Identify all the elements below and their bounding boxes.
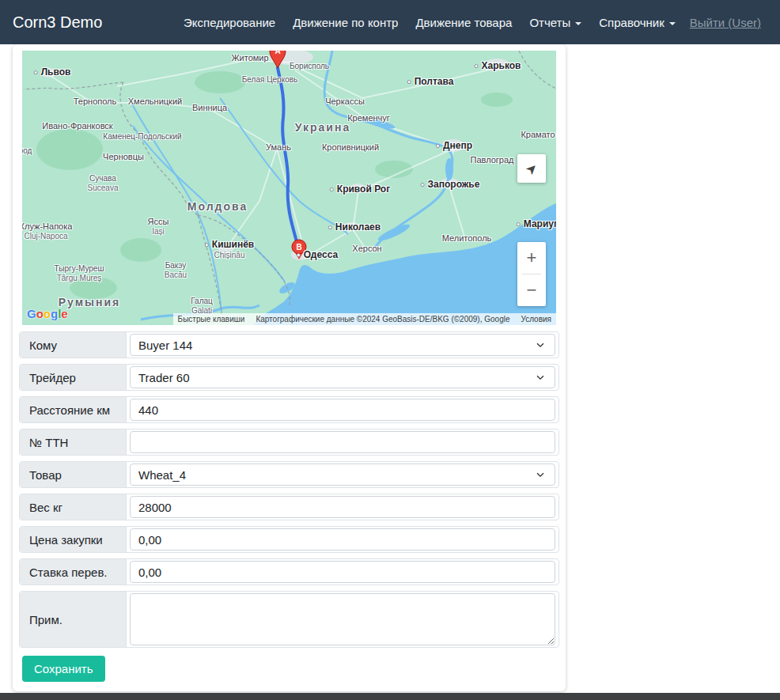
page: { "navbar": { "brand": "Corn3 Demo", "it… xyxy=(0,0,780,700)
form-row-tovar: ТоварWheat_4 xyxy=(19,461,559,488)
form-row-distance-km: Расстояние км xyxy=(19,396,559,423)
field-cell-note xyxy=(127,592,558,647)
nav-item-label: Движение по контр xyxy=(293,16,398,29)
ttn-number-input[interactable] xyxy=(130,431,555,453)
field-cell-freight-rate xyxy=(127,559,558,585)
brand-link[interactable]: Corn3 Demo xyxy=(13,13,102,32)
nav-item-label: Справочник xyxy=(599,16,665,29)
terms-link[interactable]: Условия xyxy=(521,315,551,324)
zoom-control: + − xyxy=(517,242,546,306)
field-label-tovar: Товар xyxy=(20,462,127,487)
weight-kg-input[interactable] xyxy=(130,496,555,518)
field-cell-weight-kg xyxy=(127,494,558,520)
form-row-purchase-price: Цена закупки xyxy=(19,526,559,553)
note-textarea[interactable] xyxy=(130,593,555,645)
google-logo[interactable]: Google xyxy=(27,307,68,320)
nav-menu: ЭкспедированиеДвижение по контрДвижение … xyxy=(184,16,676,29)
field-cell-komu: Buyer 144 xyxy=(127,332,558,358)
navigation-arrow-icon: ➤ xyxy=(523,160,540,177)
field-cell-tovar: Wheat_4 xyxy=(127,462,558,487)
field-label-distance-km: Расстояние км xyxy=(20,397,127,422)
form-row-freight-rate: Ставка перев. xyxy=(19,558,559,585)
zoom-in-button[interactable]: + xyxy=(517,242,546,274)
chevron-down-icon xyxy=(535,339,546,350)
caret-down-icon xyxy=(669,22,676,25)
nav-item-1[interactable]: Экспедирование xyxy=(184,16,275,29)
caret-down-icon xyxy=(575,22,581,25)
map-attribution: Быстрые клавиши Картографические данные … xyxy=(173,313,556,325)
save-button[interactable]: Сохранить xyxy=(22,656,105,682)
select-value: Trader 60 xyxy=(138,371,189,384)
field-cell-trader: Trader 60 xyxy=(127,365,558,390)
field-cell-distance-km xyxy=(127,397,558,422)
window-edge xyxy=(0,693,780,700)
nav-item-3[interactable]: Движение товара xyxy=(415,16,512,29)
entry-form: КомуBuyer 144ТрейдерTrader 60Расстояние … xyxy=(19,331,559,648)
komu-select[interactable]: Buyer 144 xyxy=(130,334,555,356)
nav-item-2[interactable]: Движение по контр xyxy=(293,16,398,29)
nav-item-4[interactable]: Отчеты xyxy=(529,16,581,29)
select-value: Wheat_4 xyxy=(138,468,186,482)
nav-item-label: Движение товара xyxy=(415,16,512,29)
map-canvas[interactable]: A B xyxy=(22,51,556,325)
my-location-button[interactable]: ➤ xyxy=(517,154,546,183)
form-row-note: Прим. xyxy=(19,591,559,648)
nav-item-label: Отчеты xyxy=(529,16,570,29)
freight-rate-input[interactable] xyxy=(130,561,555,583)
form-row-weight-kg: Вес кг xyxy=(19,494,559,520)
form-row-trader: ТрейдерTrader 60 xyxy=(19,364,559,391)
map[interactable]: A B УкраинаМолдоваРумынияХарьковПолтаваЛ… xyxy=(22,51,556,325)
field-label-freight-rate: Ставка перев. xyxy=(20,559,127,585)
field-label-weight-kg: Вес кг xyxy=(20,494,127,520)
map-data-text: Картографические данные ©2024 GeoBasis-D… xyxy=(256,315,509,324)
field-label-komu: Кому xyxy=(20,332,127,358)
form-row-ttn-number: № ТТН xyxy=(19,429,559,456)
field-cell-purchase-price xyxy=(127,527,558,552)
field-label-trader: Трейдер xyxy=(20,365,127,390)
trader-select[interactable]: Trader 60 xyxy=(130,366,555,388)
svg-text:A: A xyxy=(275,51,280,55)
navbar: Corn3 Demo ЭкспедированиеДвижение по кон… xyxy=(0,0,780,44)
zoom-out-button[interactable]: − xyxy=(517,274,546,306)
nav-item-label: Экспедирование xyxy=(184,16,275,29)
purchase-price-input[interactable] xyxy=(130,528,555,551)
form-row-komu: КомуBuyer 144 xyxy=(19,331,559,358)
distance-km-input[interactable] xyxy=(130,399,555,421)
chevron-down-icon xyxy=(535,372,546,383)
chevron-down-icon xyxy=(535,469,546,480)
field-label-ttn-number: № ТТН xyxy=(20,429,127,455)
nav-item-5[interactable]: Справочник xyxy=(599,16,676,29)
field-label-note: Прим. xyxy=(20,592,127,647)
select-value: Buyer 144 xyxy=(138,339,192,352)
tovar-select[interactable]: Wheat_4 xyxy=(130,464,555,486)
keyboard-shortcuts-link[interactable]: Быстрые клавиши xyxy=(178,315,245,324)
field-cell-ttn-number xyxy=(127,429,558,455)
field-label-purchase-price: Цена закупки xyxy=(20,527,127,552)
content-card: A B УкраинаМолдоваРумынияХарьковПолтаваЛ… xyxy=(13,44,566,691)
logout-link[interactable]: Выйти (User) xyxy=(690,16,761,29)
svg-text:B: B xyxy=(296,243,301,252)
